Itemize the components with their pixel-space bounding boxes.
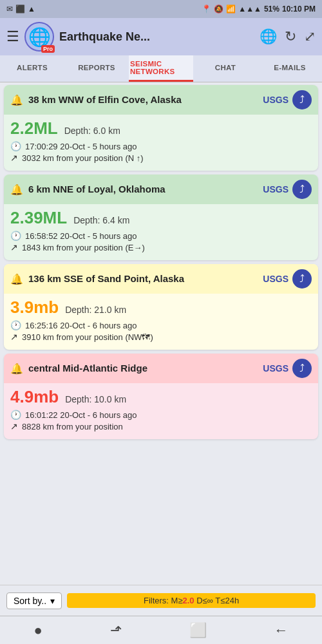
back-button[interactable]: ←: [274, 622, 289, 639]
eq-magnitude: 4.9mb: [10, 387, 59, 407]
expand-button[interactable]: ⤢: [304, 28, 316, 45]
status-bar: ✉ ⬛ ▲ 📍 🔕 📶 ▲▲▲ 51% 10:10 PM: [0, 0, 322, 18]
card-header-left: 🔔 central Mid-Atlantic Ridge: [10, 362, 147, 375]
notification-icon: ⬛: [15, 5, 25, 14]
bottom-nav: ● ⬏ ⬜ ←: [0, 616, 322, 644]
clock-icon: 🕐: [10, 231, 21, 241]
recents-button[interactable]: ⬏: [110, 622, 122, 639]
card-header: 🔔 38 km WNW of Elfin Cove, Alaska USGS ⤴: [4, 85, 318, 115]
share-button[interactable]: ⤴: [292, 269, 312, 289]
clock-icon: 🕐: [10, 410, 21, 420]
tabs-bar: ALERTS REPORTS SEISMIC NETWORKS CHAT E-M…: [0, 55, 322, 82]
eq-time: 16:25:16 20-Oct - 6 hours ago: [25, 321, 137, 330]
refresh-button[interactable]: ↻: [285, 28, 296, 45]
eq-source: USGS: [263, 363, 289, 374]
eq-time: 17:00:29 20-Oct - 5 hours ago: [25, 142, 137, 151]
eq-source: USGS: [263, 95, 289, 105]
earthquake-icon: 🔔: [10, 184, 23, 196]
distance-icon: ↗: [10, 242, 18, 252]
eq-distance: 8828 km from your position: [22, 422, 123, 431]
tab-alerts[interactable]: ALERTS: [0, 55, 64, 82]
card-body: 2.39ML Depth: 6.4 km 🕐 16:58:52 20-Oct -…: [4, 204, 318, 260]
earthquake-icon: 🔔: [10, 363, 23, 375]
clock-icon: 🕐: [10, 320, 21, 330]
eq-location: 136 km SSE of Sand Point, Alaska: [28, 272, 184, 285]
arrow-icon: ▲: [28, 5, 35, 14]
sort-filter-bar: Sort by.. ▾ Filters: M≥2.0 D≤∞ T≤24h: [0, 585, 322, 616]
eq-magnitude: 3.9mb: [10, 298, 59, 317]
app-title: Earthquake Ne...: [59, 30, 150, 44]
distance-icon: ↗: [10, 332, 18, 342]
header-icons: 🌐 ↻ ⤢: [260, 28, 316, 45]
eq-depth: Depth: 10.0 km: [65, 394, 126, 404]
card-header-left: 🔔 6 km NNE of Loyal, Oklahoma: [10, 183, 166, 196]
pro-badge: Pro: [41, 45, 55, 53]
distance-icon: ↗: [10, 421, 18, 431]
status-left-icons: ✉ ⬛ ▲: [6, 5, 35, 14]
mail-icon: ✉: [6, 5, 13, 14]
distance-icon: ↗: [10, 153, 18, 163]
tab-chat[interactable]: CHAT: [193, 55, 258, 82]
earthquake-list: 🔔 38 km WNW of Elfin Cove, Alaska USGS ⤴…: [0, 82, 322, 585]
earthquake-icon: 🔔: [10, 94, 23, 106]
signal-bars: ▲▲▲: [238, 5, 261, 14]
filter-tag: Filters: M≥2.0 D≤∞ T≤24h: [67, 593, 316, 608]
eq-depth: Depth: 6.4 km: [73, 215, 129, 225]
eq-location: central Mid-Atlantic Ridge: [28, 362, 147, 375]
app-header: ☰ 🌐 Pro Earthquake Ne... 🌐 ↻ ⤢: [0, 18, 322, 55]
card-header: 🔔 136 km SSE of Sand Point, Alaska USGS …: [4, 264, 318, 294]
eq-magnitude: 2.2ML: [10, 118, 58, 138]
share-button[interactable]: ⤴: [292, 90, 312, 109]
tab-emails[interactable]: E-MAILS: [258, 55, 322, 82]
share-button[interactable]: ⤴: [292, 359, 312, 378]
earthquake-card[interactable]: 🔔 136 km SSE of Sand Point, Alaska USGS …: [4, 264, 318, 350]
eq-location: 6 km NNE of Loyal, Oklahoma: [28, 183, 166, 196]
eq-distance: 3032 km from your position (N ↑): [22, 153, 144, 163]
eq-depth: Depth: 6.0 km: [64, 126, 120, 136]
eq-source: USGS: [263, 274, 289, 284]
sort-label: Sort by..: [14, 596, 46, 606]
earthquake-icon: 🔔: [10, 273, 23, 285]
eq-source: USGS: [263, 184, 289, 194]
menu-icon[interactable]: ☰: [6, 28, 19, 45]
filter-rest: D≤∞ T≤24h: [194, 596, 240, 605]
wifi-icon: 📶: [226, 5, 236, 14]
home-button[interactable]: ●: [33, 622, 42, 639]
eq-location: 38 km WNW of Elfin Cove, Alaska: [28, 93, 182, 106]
earthquake-card[interactable]: 🔔 38 km WNW of Elfin Cove, Alaska USGS ⤴…: [4, 85, 318, 171]
share-button[interactable]: ⤴: [292, 180, 312, 199]
header-left: ☰ 🌐 Pro Earthquake Ne...: [6, 22, 150, 52]
card-header-left: 🔔 38 km WNW of Elfin Cove, Alaska: [10, 93, 182, 106]
eq-time: 16:58:52 20-Oct - 5 hours ago: [25, 231, 137, 241]
sort-dropdown[interactable]: Sort by.. ▾: [6, 592, 62, 609]
chevron-down-icon: ▾: [50, 596, 55, 606]
earthquake-card[interactable]: 🔔 central Mid-Atlantic Ridge USGS ⤴ 4.9m…: [4, 354, 318, 439]
clock-icon: 🕐: [10, 141, 21, 151]
filter-label: Filters: M≥: [144, 596, 183, 605]
battery: 51%: [264, 5, 279, 14]
tab-seismic-networks[interactable]: SEISMIC NETWORKS: [129, 55, 193, 82]
card-header-left: 🔔 136 km SSE of Sand Point, Alaska: [10, 272, 184, 285]
eq-distance: 3910 km from your position (NW🗺): [22, 332, 153, 342]
card-body: 4.9mb Depth: 10.0 km 🕐 16:01:22 20-Oct -…: [4, 383, 318, 439]
card-header: 🔔 central Mid-Atlantic Ridge USGS ⤴: [4, 354, 318, 383]
card-body: 2.2ML Depth: 6.0 km 🕐 17:00:29 20-Oct - …: [4, 115, 318, 171]
time: 10:10 PM: [282, 5, 316, 14]
card-header: 🔔 6 km NNE of Loyal, Oklahoma USGS ⤴: [4, 175, 318, 204]
location-icon: 📍: [202, 5, 211, 14]
eq-time: 16:01:22 20-Oct - 6 hours ago: [25, 410, 137, 420]
eq-magnitude: 2.39ML: [10, 208, 67, 228]
status-right: 📍 🔕 📶 ▲▲▲ 51% 10:10 PM: [202, 5, 316, 14]
earthquake-card[interactable]: 🔔 6 km NNE of Loyal, Oklahoma USGS ⤴ 2.3…: [4, 175, 318, 260]
overview-button[interactable]: ⬜: [189, 622, 207, 639]
eq-depth: Depth: 21.0 km: [65, 305, 126, 315]
eq-distance: 1843 km from your position (E→): [22, 243, 145, 252]
mute-icon: 🔕: [214, 5, 223, 14]
globe-button[interactable]: 🌐: [260, 28, 277, 45]
card-body: 3.9mb Depth: 21.0 km 🕐 16:25:16 20-Oct -…: [4, 294, 318, 350]
filter-magnitude: 2.0: [183, 596, 194, 605]
tab-reports[interactable]: REPORTS: [64, 55, 129, 82]
